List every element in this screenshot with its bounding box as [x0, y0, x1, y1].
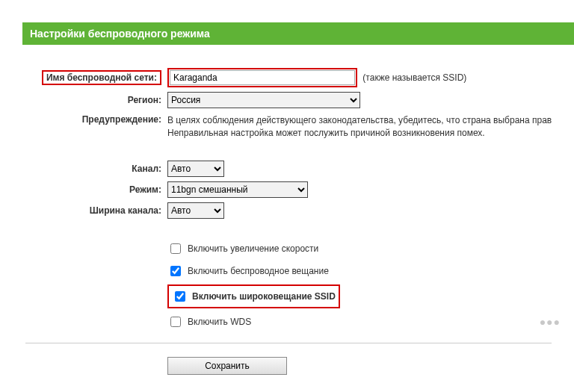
ssid-input[interactable] [170, 70, 355, 85]
mode-select[interactable]: 11bgn смешанный [167, 181, 308, 198]
page-title: Настройки беспроводного режима [22, 22, 574, 45]
wireless-broadcast-label: Включить беспроводное вещание [188, 266, 329, 276]
width-select[interactable]: Авто [167, 202, 224, 219]
wds-checkbox[interactable] [170, 317, 181, 327]
mode-label: Режим: [22, 179, 164, 200]
ssid-hint: (также называется SSID) [359, 72, 466, 83]
speed-boost-checkbox[interactable] [170, 243, 181, 254]
ssid-broadcast-checkbox[interactable] [175, 291, 185, 302]
ssid-broadcast-label: Включить широковещание SSID [192, 291, 336, 302]
channel-label: Канал: [22, 158, 164, 179]
warning-label: Предупреждение: [22, 111, 164, 142]
ssid-label: Имя беспроводной сети: [42, 70, 161, 85]
wireless-broadcast-checkbox[interactable] [170, 266, 181, 276]
warning-text-2: Неправильная настройка может послужить п… [167, 127, 552, 140]
speed-boost-label: Включить увеличение скорости [188, 243, 318, 254]
ellipsis-icon: ●●● [540, 316, 561, 328]
channel-select[interactable]: Авто [167, 161, 224, 177]
wds-label: Включить WDS [188, 317, 251, 327]
region-select[interactable]: Россия [167, 92, 360, 108]
save-button[interactable]: Сохранить [167, 357, 287, 375]
warning-text-1: В целях соблюдения действующего законода… [167, 114, 552, 127]
width-label: Ширина канала: [22, 200, 164, 221]
region-label: Регион: [22, 90, 164, 111]
